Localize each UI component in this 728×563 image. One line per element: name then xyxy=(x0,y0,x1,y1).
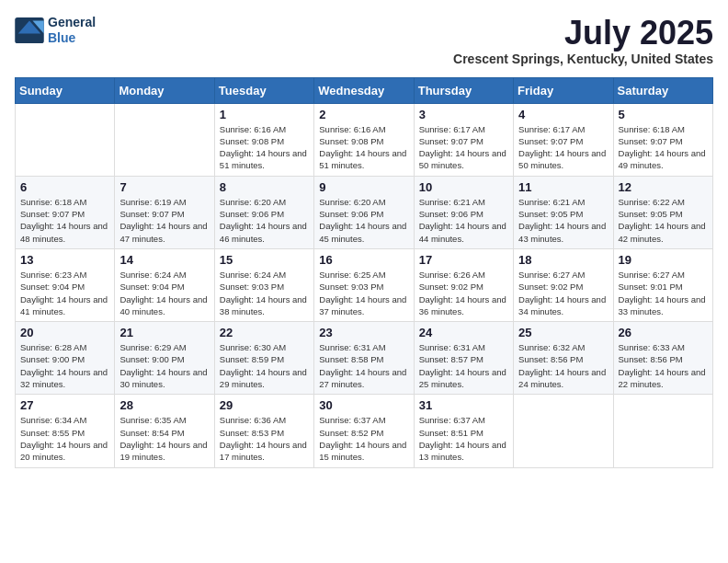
title-block: July 2025 Crescent Springs, Kentucky, Un… xyxy=(453,15,713,66)
calendar-cell: 14Sunrise: 6:24 AMSunset: 9:04 PMDayligh… xyxy=(115,248,214,321)
day-number: 1 xyxy=(220,108,309,121)
calendar-cell: 5Sunrise: 6:18 AMSunset: 9:07 PMDaylight… xyxy=(613,103,712,176)
weekday-header-sunday: Sunday xyxy=(16,77,115,103)
day-info: Sunrise: 6:32 AMSunset: 8:56 PMDaylight:… xyxy=(518,341,608,390)
day-info: Sunrise: 6:16 AMSunset: 9:08 PMDaylight:… xyxy=(319,123,408,172)
day-number: 20 xyxy=(20,326,109,339)
calendar-cell: 18Sunrise: 6:27 AMSunset: 9:02 PMDayligh… xyxy=(514,248,613,321)
calendar-cell: 27Sunrise: 6:34 AMSunset: 8:55 PMDayligh… xyxy=(16,395,115,467)
day-number: 14 xyxy=(119,253,209,267)
calendar-cell: 12Sunrise: 6:22 AMSunset: 9:05 PMDayligh… xyxy=(613,176,712,248)
day-number: 18 xyxy=(518,253,608,267)
calendar-cell: 23Sunrise: 6:31 AMSunset: 8:58 PMDayligh… xyxy=(314,322,414,395)
logo: General Blue xyxy=(15,15,96,46)
day-info: Sunrise: 6:21 AMSunset: 9:06 PMDaylight:… xyxy=(419,196,508,245)
week-row-5: 27Sunrise: 6:34 AMSunset: 8:55 PMDayligh… xyxy=(16,395,713,467)
weekday-header-saturday: Saturday xyxy=(613,77,712,103)
day-number: 21 xyxy=(119,326,209,339)
weekday-header-friday: Friday xyxy=(514,77,613,103)
day-number: 15 xyxy=(220,253,309,267)
day-number: 17 xyxy=(419,253,508,267)
day-info: Sunrise: 6:27 AMSunset: 9:02 PMDaylight:… xyxy=(518,269,608,317)
day-number: 19 xyxy=(619,253,708,267)
calendar-cell xyxy=(115,103,214,176)
calendar-cell: 8Sunrise: 6:20 AMSunset: 9:06 PMDaylight… xyxy=(214,176,313,248)
calendar-cell: 9Sunrise: 6:20 AMSunset: 9:06 PMDaylight… xyxy=(314,176,414,248)
day-info: Sunrise: 6:28 AMSunset: 9:00 PMDaylight:… xyxy=(20,341,109,390)
calendar-cell xyxy=(16,103,115,176)
calendar-cell: 11Sunrise: 6:21 AMSunset: 9:05 PMDayligh… xyxy=(514,176,613,248)
day-info: Sunrise: 6:26 AMSunset: 9:02 PMDaylight:… xyxy=(419,269,508,317)
day-info: Sunrise: 6:20 AMSunset: 9:06 PMDaylight:… xyxy=(220,196,309,245)
calendar-cell: 13Sunrise: 6:23 AMSunset: 9:04 PMDayligh… xyxy=(16,248,115,321)
calendar-cell: 15Sunrise: 6:24 AMSunset: 9:03 PMDayligh… xyxy=(214,248,313,321)
week-row-3: 13Sunrise: 6:23 AMSunset: 9:04 PMDayligh… xyxy=(16,248,713,321)
day-info: Sunrise: 6:21 AMSunset: 9:05 PMDaylight:… xyxy=(518,196,608,245)
day-info: Sunrise: 6:29 AMSunset: 9:00 PMDaylight:… xyxy=(119,341,209,390)
week-row-2: 6Sunrise: 6:18 AMSunset: 9:07 PMDaylight… xyxy=(16,176,713,248)
calendar-cell: 22Sunrise: 6:30 AMSunset: 8:59 PMDayligh… xyxy=(214,322,313,395)
day-info: Sunrise: 6:18 AMSunset: 9:07 PMDaylight:… xyxy=(619,123,708,172)
day-number: 22 xyxy=(220,326,309,339)
day-number: 24 xyxy=(419,326,508,339)
calendar-cell: 17Sunrise: 6:26 AMSunset: 9:02 PMDayligh… xyxy=(414,248,513,321)
calendar-cell: 10Sunrise: 6:21 AMSunset: 9:06 PMDayligh… xyxy=(414,176,513,248)
calendar-cell xyxy=(514,395,613,467)
calendar-cell: 20Sunrise: 6:28 AMSunset: 9:00 PMDayligh… xyxy=(16,322,115,395)
day-number: 26 xyxy=(619,326,708,339)
location: Crescent Springs, Kentucky, United State… xyxy=(453,52,713,66)
day-number: 29 xyxy=(220,398,309,412)
weekday-header-wednesday: Wednesday xyxy=(314,77,414,103)
calendar-cell: 30Sunrise: 6:37 AMSunset: 8:52 PMDayligh… xyxy=(314,395,414,467)
day-info: Sunrise: 6:33 AMSunset: 8:56 PMDaylight:… xyxy=(619,341,708,390)
calendar-cell: 28Sunrise: 6:35 AMSunset: 8:54 PMDayligh… xyxy=(115,395,214,467)
day-number: 9 xyxy=(319,180,408,194)
day-info: Sunrise: 6:25 AMSunset: 9:03 PMDaylight:… xyxy=(319,269,408,317)
weekday-header-row: SundayMondayTuesdayWednesdayThursdayFrid… xyxy=(16,77,713,103)
day-info: Sunrise: 6:20 AMSunset: 9:06 PMDaylight:… xyxy=(319,196,408,245)
day-info: Sunrise: 6:24 AMSunset: 9:04 PMDaylight:… xyxy=(119,269,209,317)
day-number: 12 xyxy=(619,180,708,194)
calendar-cell: 19Sunrise: 6:27 AMSunset: 9:01 PMDayligh… xyxy=(613,248,712,321)
day-number: 6 xyxy=(20,180,109,194)
day-number: 30 xyxy=(319,398,408,412)
day-info: Sunrise: 6:22 AMSunset: 9:05 PMDaylight:… xyxy=(619,196,708,245)
day-number: 11 xyxy=(518,180,608,194)
calendar-cell: 3Sunrise: 6:17 AMSunset: 9:07 PMDaylight… xyxy=(414,103,513,176)
day-info: Sunrise: 6:34 AMSunset: 8:55 PMDaylight:… xyxy=(20,414,109,463)
calendar: SundayMondayTuesdayWednesdayThursdayFrid… xyxy=(15,77,713,468)
day-info: Sunrise: 6:31 AMSunset: 8:58 PMDaylight:… xyxy=(319,341,408,390)
day-number: 27 xyxy=(20,398,109,412)
day-number: 13 xyxy=(20,253,109,267)
calendar-cell: 29Sunrise: 6:36 AMSunset: 8:53 PMDayligh… xyxy=(214,395,313,467)
day-number: 5 xyxy=(619,108,708,121)
day-info: Sunrise: 6:31 AMSunset: 8:57 PMDaylight:… xyxy=(419,341,508,390)
weekday-header-monday: Monday xyxy=(115,77,214,103)
day-number: 2 xyxy=(319,108,408,121)
day-info: Sunrise: 6:27 AMSunset: 9:01 PMDaylight:… xyxy=(619,269,708,317)
week-row-4: 20Sunrise: 6:28 AMSunset: 9:00 PMDayligh… xyxy=(16,322,713,395)
day-info: Sunrise: 6:17 AMSunset: 9:07 PMDaylight:… xyxy=(518,123,608,172)
day-number: 4 xyxy=(518,108,608,121)
day-number: 23 xyxy=(319,326,408,339)
calendar-cell: 26Sunrise: 6:33 AMSunset: 8:56 PMDayligh… xyxy=(613,322,712,395)
day-info: Sunrise: 6:16 AMSunset: 9:08 PMDaylight:… xyxy=(220,123,309,172)
day-number: 28 xyxy=(119,398,209,412)
weekday-header-tuesday: Tuesday xyxy=(214,77,313,103)
day-info: Sunrise: 6:30 AMSunset: 8:59 PMDaylight:… xyxy=(220,341,309,390)
day-info: Sunrise: 6:18 AMSunset: 9:07 PMDaylight:… xyxy=(20,196,109,245)
day-info: Sunrise: 6:35 AMSunset: 8:54 PMDaylight:… xyxy=(119,414,209,463)
day-info: Sunrise: 6:23 AMSunset: 9:04 PMDaylight:… xyxy=(20,269,109,317)
day-number: 25 xyxy=(518,326,608,339)
weekday-header-thursday: Thursday xyxy=(414,77,513,103)
day-info: Sunrise: 6:36 AMSunset: 8:53 PMDaylight:… xyxy=(220,414,309,463)
calendar-cell: 6Sunrise: 6:18 AMSunset: 9:07 PMDaylight… xyxy=(16,176,115,248)
week-row-1: 1Sunrise: 6:16 AMSunset: 9:08 PMDaylight… xyxy=(16,103,713,176)
day-info: Sunrise: 6:37 AMSunset: 8:51 PMDaylight:… xyxy=(419,414,508,463)
calendar-cell: 7Sunrise: 6:19 AMSunset: 9:07 PMDaylight… xyxy=(115,176,214,248)
day-info: Sunrise: 6:17 AMSunset: 9:07 PMDaylight:… xyxy=(419,123,508,172)
day-info: Sunrise: 6:19 AMSunset: 9:07 PMDaylight:… xyxy=(119,196,209,245)
day-info: Sunrise: 6:37 AMSunset: 8:52 PMDaylight:… xyxy=(319,414,408,463)
day-number: 3 xyxy=(419,108,508,121)
calendar-cell xyxy=(613,395,712,467)
